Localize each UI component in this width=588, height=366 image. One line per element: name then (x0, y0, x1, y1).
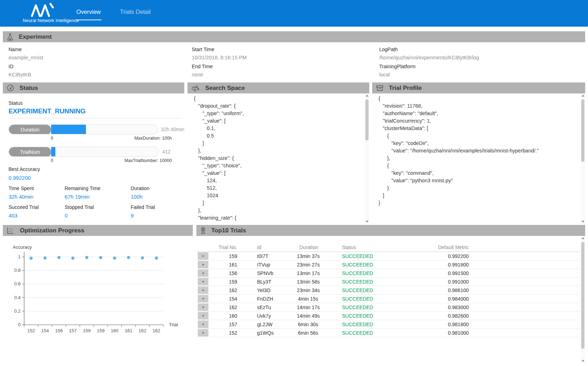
cell-trial-no: 154 (210, 296, 240, 302)
stat-label: Succeed Trial (9, 204, 65, 210)
stat-cell: Succeed Trial 403 (9, 204, 65, 219)
svg-text:Trial: Trial (169, 322, 178, 327)
svg-text:0.6: 0.6 (14, 281, 21, 286)
nav-tab[interactable]: Trials Detail (119, 6, 152, 20)
trial-profile-title: Trial Profile (389, 85, 422, 92)
top10-table: Trial No. Id Duration Status Default Met… (196, 243, 580, 337)
cell-default-metric: 0.991800 (418, 262, 474, 268)
flask-icon (7, 33, 13, 41)
svg-text:162: 162 (138, 328, 146, 333)
expand-row-button[interactable]: + (198, 295, 208, 302)
top10-table-body: + 159 t0I7T 13min 37s SUCCEEDED 0.992200… (196, 252, 580, 337)
scrollbar-thumb[interactable] (581, 99, 584, 162)
experiment-panel: Experiment Name example_mnist ID KCiBytK… (3, 31, 585, 82)
cell-duration: 6min 30s (297, 322, 318, 327)
scrollbar-thumb[interactable] (581, 242, 584, 349)
progress-bar-fill (51, 147, 55, 156)
scroll-down-icon[interactable] (366, 221, 369, 223)
scroll-down-icon[interactable] (582, 221, 584, 223)
cell-duration: 23min 27s (297, 262, 318, 268)
experiment-field: ID KCiBytKB (9, 64, 43, 77)
cell-duration: 4min 15s (297, 296, 318, 302)
status-stats-grid: Time Spent 32h 40min Remaining Time 67h … (9, 185, 175, 219)
cell-duration: 6min 56s (297, 330, 318, 336)
scrollbar-track[interactable] (581, 97, 585, 221)
expand-row-button[interactable]: + (198, 312, 208, 319)
search-space-title: Search Space (205, 85, 245, 92)
table-row: + 159 t0I7T 13min 37s SUCCEEDED 0.992200 (196, 252, 580, 260)
expand-row-button[interactable]: + (198, 329, 208, 337)
scroll-down-icon[interactable] (582, 360, 584, 362)
medal-icon (200, 227, 206, 235)
cell-id: ITVup (240, 262, 297, 268)
svg-text:0.2: 0.2 (14, 308, 21, 314)
trial-profile-panel: Trial Profile { "revision": 11768, "auth… (372, 82, 585, 224)
cell-status: SUCCEEDED (324, 287, 418, 293)
progress-bar-row: Duration 32h 40min 0 MaxDuration: 100h (9, 124, 184, 141)
field-value: 10/31/2018, 8:16:15 PM (192, 55, 247, 60)
search-space-scrollbar[interactable] (365, 93, 369, 224)
cell-trial-no: 161 (210, 262, 240, 268)
top10-panel-header: Top10 Trials (196, 225, 585, 236)
expand-row-button[interactable]: + (198, 321, 208, 328)
stat-cell: Remaining Time 67h 19min (65, 185, 131, 200)
svg-text:0.8: 0.8 (14, 268, 21, 273)
experiment-field: TrainingPlatform local (379, 64, 479, 77)
svg-text:157: 157 (69, 328, 77, 333)
cell-status: SUCCEEDED (324, 313, 418, 319)
experiment-field: LogPath /home/quzha/nni/experiments/KCiB… (379, 47, 479, 60)
field-value: KCiBytKB (9, 72, 43, 77)
expand-row-button[interactable]: + (198, 252, 208, 260)
cell-id: Yel3O (240, 287, 297, 293)
top10-table-header: Trial No. Id Duration Status Default Met… (196, 243, 580, 252)
cell-id: FnDZH (240, 296, 297, 302)
expand-row-button[interactable]: + (198, 261, 208, 268)
stat-value: 403 (9, 212, 65, 219)
table-row: + 152 g1WQs 6min 56s SUCCEEDED 0.981000 (196, 329, 580, 337)
cell-trial-no: 157 (210, 322, 240, 327)
scrollbar-thumb[interactable] (365, 99, 369, 140)
expand-row-button[interactable]: + (198, 269, 208, 277)
field-label: End Time (192, 64, 247, 69)
table-row: + 159 BLy3T 13min 58s SUCCEEDED 0.991000 (196, 278, 580, 286)
col-duration: Duration (297, 244, 318, 250)
expand-row-button[interactable]: + (198, 303, 208, 311)
progress-bar-track: TrialNum (9, 147, 159, 157)
cell-duration: 14min 49s (297, 313, 318, 319)
cell-default-metric: 0.986100 (418, 287, 474, 293)
scrollbar-track[interactable] (365, 97, 369, 221)
best-accuracy-label: Best Accuracy (9, 166, 40, 172)
progress-bar-label: Duration (9, 125, 51, 134)
experiment-fields-col1: Name example_mnist ID KCiBytKB (9, 47, 43, 81)
stat-label: Remaining Time (65, 185, 131, 191)
svg-text:156: 156 (55, 328, 63, 333)
expand-row-button[interactable]: + (198, 286, 208, 294)
accuracy-scatter-chart: 00.20.40.60.8115215415615715915916016116… (3, 236, 193, 353)
trial-profile-scrollbar[interactable] (581, 93, 585, 224)
svg-text:160: 160 (111, 328, 119, 333)
top10-scrollbar[interactable] (581, 236, 585, 363)
progress-bar-label: TrialNum (9, 147, 51, 157)
cell-status: SUCCEEDED (324, 270, 418, 276)
expand-row-button[interactable]: + (198, 278, 208, 285)
cell-status: SUCCEEDED (324, 253, 418, 259)
cell-id: g1WQs (240, 330, 297, 336)
nav-tab[interactable]: Overview (76, 6, 102, 20)
cell-default-metric: 0.982600 (418, 313, 474, 319)
best-accuracy: Best Accuracy 0.992200 (9, 166, 40, 181)
stat-label: Duration (131, 185, 175, 191)
nni-logo-icon (31, 3, 56, 17)
cell-id: gL2JW (240, 322, 297, 327)
svg-text:154: 154 (41, 328, 49, 333)
experiment-panel-header: Experiment (3, 31, 585, 42)
scrollbar-track[interactable] (581, 239, 585, 360)
field-value: local (379, 72, 479, 77)
cell-duration: 14min 17s (297, 305, 318, 310)
optimization-panel-header: Optimization Progress (3, 225, 193, 236)
stat-value: 67h 19min (65, 194, 131, 200)
stat-value: 0 (65, 212, 131, 219)
progress-bars: Duration 32h 40min 0 MaxDuration: 100h T… (9, 124, 184, 169)
gauge-icon (7, 84, 14, 92)
cell-duration: 13min 37s (297, 253, 318, 259)
field-label: Name (9, 47, 43, 52)
